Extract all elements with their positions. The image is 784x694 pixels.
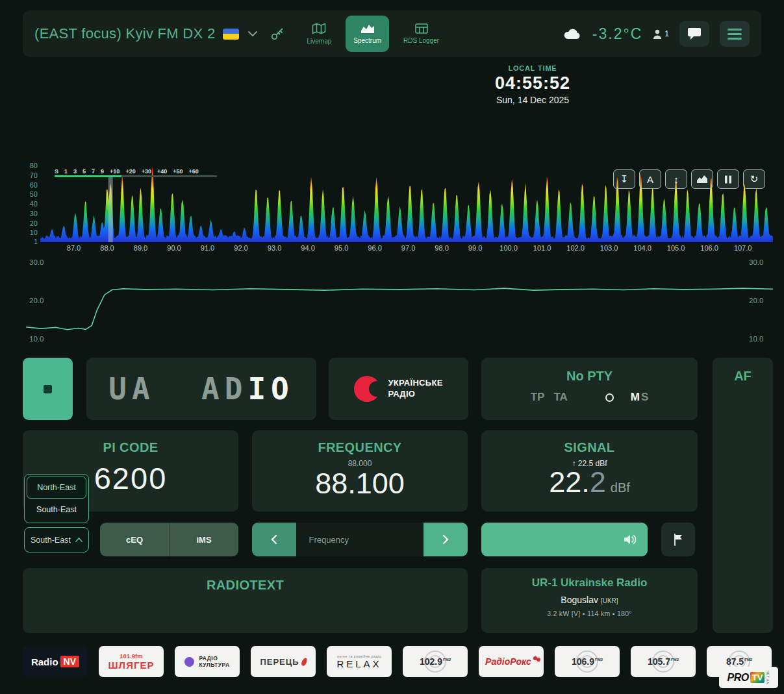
volume-slider[interactable] bbox=[481, 523, 648, 556]
tune-up-button[interactable] bbox=[424, 523, 468, 556]
spectrum-x-tick: 104.0 bbox=[633, 244, 651, 252]
spectrum-x-tick: 107.0 bbox=[734, 244, 752, 252]
audio-stop-button[interactable] bbox=[23, 358, 73, 420]
s-meter-tick: 7 bbox=[92, 168, 95, 175]
protv-logo[interactable]: PRO TV NET.UA bbox=[719, 667, 778, 688]
chevron-left-icon bbox=[271, 535, 277, 544]
spectrum-y-tick: 20 bbox=[30, 219, 38, 227]
temperature[interactable]: -3.2°C bbox=[592, 25, 642, 43]
spectrum-x-axis: 87.088.089.090.091.092.093.094.095.096.0… bbox=[40, 244, 773, 253]
signal-label: SIGNAL bbox=[481, 430, 698, 455]
local-time-value: 04:55:52 bbox=[455, 73, 611, 93]
chat-icon bbox=[687, 27, 702, 40]
logo-main: RELAX bbox=[336, 658, 381, 669]
spectrum-x-tick: 106.0 bbox=[700, 244, 718, 252]
antenna-option-south-east[interactable]: South-East bbox=[27, 499, 86, 521]
station-logo-fm-106-9[interactable]: 106.9FM2 bbox=[555, 646, 620, 677]
s-meter-bar bbox=[55, 175, 217, 177]
spectrum-x-tick: 102.0 bbox=[566, 244, 585, 252]
map-icon bbox=[312, 23, 326, 34]
spectrum-x-tick: 95.0 bbox=[335, 244, 348, 252]
logo-text: РадіоРокс bbox=[485, 656, 531, 667]
nav-livemap[interactable]: Livemap bbox=[299, 16, 339, 52]
flag-icon bbox=[673, 534, 683, 546]
nav-label: Livemap bbox=[307, 38, 331, 45]
spectrum-x-tick: 98.0 bbox=[435, 244, 448, 252]
spectrum-x-tick: 105.0 bbox=[667, 244, 685, 252]
ims-toggle-button[interactable]: iMS bbox=[169, 523, 238, 556]
refresh-button[interactable]: ↻ bbox=[743, 169, 765, 189]
tp-flag: TP bbox=[531, 391, 545, 404]
station-logo-tile[interactable]: УКРАЇНСЬКЕ РАДІО bbox=[329, 358, 468, 420]
radiotext-panel: RADIOTEXT bbox=[23, 568, 468, 633]
local-time-label: LOCAL TIME bbox=[455, 64, 611, 72]
antenna-option-north-east[interactable]: North-East bbox=[27, 477, 86, 499]
autoscale-button[interactable]: A bbox=[639, 169, 661, 189]
station-logo-radio-nv[interactable]: RadioNV bbox=[23, 646, 88, 677]
server-dropdown-button[interactable] bbox=[247, 30, 259, 38]
area-chart-icon bbox=[696, 175, 708, 184]
signal-y-tick-right: 20.0 bbox=[749, 297, 763, 304]
ps-segment: UA bbox=[108, 371, 201, 406]
spectrum-x-tick: 103.0 bbox=[600, 244, 618, 252]
flag-button[interactable] bbox=[661, 523, 695, 556]
s-meter-tick: +50 bbox=[173, 168, 183, 175]
antenna-selected-value: South-East bbox=[31, 536, 71, 545]
eq-toggle-button[interactable]: cEQ bbox=[100, 523, 169, 556]
nav-rds-logger[interactable]: RDS Logger bbox=[396, 16, 447, 52]
spectrum-x-tick: 100.0 bbox=[499, 244, 518, 252]
station-logo-fm-105-7[interactable]: 105.7FM2 bbox=[631, 646, 696, 677]
s-meter-scale: S13579+10+20+30+40+50+60 bbox=[55, 168, 217, 175]
scale-toggle-button[interactable]: ↕ bbox=[665, 169, 687, 189]
spectrum-x-tick: 93.0 bbox=[268, 244, 281, 252]
s-meter-tick: +10 bbox=[110, 168, 120, 175]
frequency-label: FREQUENCY bbox=[252, 430, 468, 455]
chat-button[interactable] bbox=[679, 21, 709, 47]
frequency-input[interactable] bbox=[296, 523, 424, 556]
spectrum-y-tick: 60 bbox=[30, 181, 38, 189]
s-meter-level bbox=[55, 175, 121, 177]
fmdx-app: (EAST focus) Kyiv FM DX 2 Livemap Spectr… bbox=[0, 0, 784, 694]
admin-key-button[interactable] bbox=[270, 27, 285, 41]
s-meter-tick: 3 bbox=[73, 168, 77, 175]
station-logo-radio-kultura[interactable]: РАДІОКУЛЬТУРА bbox=[175, 646, 240, 677]
logo-dot-icon bbox=[184, 657, 194, 667]
nav-label: RDS Logger bbox=[403, 37, 439, 44]
logo-text: ШЛЯГЕР bbox=[108, 660, 155, 671]
station-city: Boguslav bbox=[561, 595, 598, 605]
menu-button[interactable] bbox=[720, 21, 750, 47]
logo-text: 105.7FM2 bbox=[648, 656, 679, 667]
antenna-selector[interactable]: South-East bbox=[24, 527, 89, 552]
s-meter-tick: 1 bbox=[64, 168, 68, 175]
station-logo-perets-fm[interactable]: ПЕРЕЦЬ bbox=[251, 646, 316, 677]
ukrainske-radio-logo-icon bbox=[354, 376, 380, 402]
station-logo-shlyager-101-9[interactable]: 101.9fmШЛЯГЕР bbox=[99, 646, 164, 677]
station-logo-fm-102-9[interactable]: 102.9FM2 bbox=[403, 646, 468, 677]
s-meter-tick: +40 bbox=[157, 168, 167, 175]
graph-style-button[interactable] bbox=[691, 169, 713, 189]
spectrum-x-tick: 89.0 bbox=[134, 244, 147, 252]
speaker-icon bbox=[623, 534, 639, 545]
tuned-frequency-marker[interactable] bbox=[108, 175, 113, 242]
snap-peak-button[interactable]: ↧ bbox=[613, 169, 635, 189]
station-info-panel: UR-1 Ukrainske Radio Boguslav[UKR] 3.2 k… bbox=[481, 568, 698, 633]
pause-button[interactable] bbox=[717, 169, 739, 189]
tune-down-button[interactable] bbox=[252, 523, 296, 556]
ps-tile: UA ADIO bbox=[86, 358, 316, 420]
station-logo-radio-roks[interactable]: РадіоРокс bbox=[479, 646, 544, 677]
spectrum-y-tick: 70 bbox=[30, 171, 38, 179]
nav-spectrum[interactable]: Spectrum bbox=[346, 16, 389, 52]
spectrum-y-axis: 80706050403020101 bbox=[17, 166, 38, 242]
station-logo-radio-relax[interactable]: легке та спокійне радіоRELAX bbox=[327, 646, 392, 677]
s-meter-tick: 9 bbox=[101, 168, 104, 175]
spectrum-x-tick: 101.0 bbox=[533, 244, 551, 252]
stereo-indicator-icon bbox=[605, 393, 614, 402]
station-name[interactable]: UR-1 Ukrainske Radio bbox=[481, 568, 698, 589]
hamburger-icon bbox=[727, 29, 742, 40]
spectrum-x-tick: 92.0 bbox=[234, 244, 247, 252]
cherries-icon bbox=[533, 656, 537, 660]
rds-flags-row: TP TA M S bbox=[481, 391, 698, 404]
chevron-up-icon bbox=[75, 538, 82, 542]
server-title[interactable]: (EAST focus) Kyiv FM DX 2 bbox=[34, 25, 215, 42]
protv-pro-text: PRO bbox=[727, 672, 749, 684]
